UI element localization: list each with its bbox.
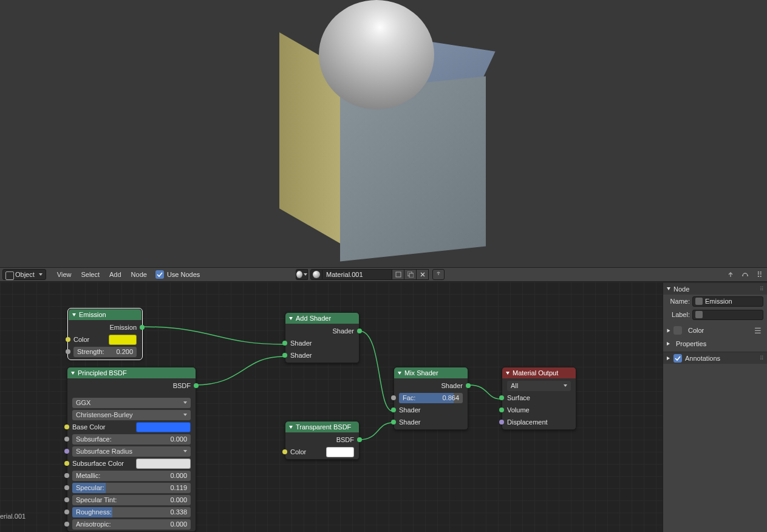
subsurface-method-dropdown[interactable]: Christensen-Burley: [67, 409, 196, 421]
panel-header-node[interactable]: Node ⠿: [663, 282, 767, 295]
node-mix-shader[interactable]: Mix Shader Shader Fac:0.864 Shader Shade…: [394, 367, 468, 430]
socket-dot-icon[interactable]: [357, 329, 362, 333]
socket-dot-icon[interactable]: [66, 337, 70, 342]
grip-icon[interactable]: ⠿: [760, 286, 765, 291]
panel-color-row[interactable]: Color ☰: [663, 324, 767, 337]
menu-node[interactable]: Node: [126, 271, 152, 278]
socket-out-shader[interactable]: Shader: [394, 380, 468, 392]
color-swatch[interactable]: [326, 447, 354, 457]
roughness-slider[interactable]: Roughness:0.338: [72, 507, 191, 517]
socket-in-shader-1[interactable]: Shader: [285, 337, 359, 349]
shading-type-dropdown[interactable]: [296, 269, 308, 280]
new-material-button[interactable]: [404, 269, 417, 280]
socket-in-displacement[interactable]: Displacement: [502, 416, 576, 428]
socket-dot-icon[interactable]: [391, 420, 396, 425]
menu-view[interactable]: View: [52, 271, 77, 278]
socket-in-subsurface-color[interactable]: Subsurface Color: [67, 457, 196, 469]
snap-button[interactable]: [739, 269, 751, 280]
socket-dot-icon[interactable]: [64, 449, 69, 454]
socket-in-color[interactable]: Color: [69, 333, 141, 346]
pin-icon-button[interactable]: [432, 269, 445, 280]
socket-dot-icon[interactable]: [499, 408, 504, 412]
socket-dot-icon[interactable]: [64, 510, 69, 514]
socket-in-anisotropic[interactable]: Anisotropic:0.000: [67, 518, 196, 530]
socket-in-roughness[interactable]: Roughness:0.338: [67, 506, 196, 518]
socket-in-strength[interactable]: Strength: 0.200: [69, 346, 141, 358]
socket-in-metallic[interactable]: Metallic:0.000: [67, 469, 196, 482]
socket-out-shader[interactable]: Shader: [285, 325, 359, 337]
socket-dot-icon[interactable]: [64, 473, 69, 478]
node-header[interactable]: Emission: [69, 309, 141, 320]
socket-dot-icon[interactable]: [64, 437, 69, 442]
socket-dot-icon[interactable]: [499, 420, 504, 425]
node-header[interactable]: Transparent BSDF: [285, 421, 359, 432]
distribution-dropdown[interactable]: GGX: [67, 397, 196, 409]
fac-slider[interactable]: Fac:0.864: [399, 393, 463, 403]
node-name-field[interactable]: Emission: [692, 296, 763, 307]
unlink-material-button[interactable]: [417, 269, 429, 280]
socket-dot-icon[interactable]: [282, 341, 287, 346]
socket-in-subsurface[interactable]: Subsurface: 0.000: [67, 433, 196, 445]
use-nodes-toggle[interactable]: Use Nodes: [155, 270, 200, 279]
socket-dot-icon[interactable]: [194, 383, 199, 388]
socket-out-emission[interactable]: Emission: [69, 321, 141, 333]
socket-out-bsdf[interactable]: BSDF: [285, 434, 359, 446]
parent-node-button[interactable]: [724, 269, 737, 280]
checkbox-checked-icon[interactable]: [673, 354, 682, 363]
list-options-icon[interactable]: ☰: [752, 326, 763, 335]
socket-dot-icon[interactable]: [466, 383, 471, 388]
node-header[interactable]: Mix Shader: [394, 367, 468, 378]
socket-in-volume[interactable]: Volume: [502, 404, 576, 416]
socket-in-surface[interactable]: Surface: [502, 392, 576, 404]
node-header[interactable]: Principled BSDF: [67, 367, 196, 378]
color-swatch[interactable]: [136, 459, 191, 469]
socket-dot-icon[interactable]: [499, 395, 504, 400]
socket-in-color[interactable]: Color: [285, 446, 359, 458]
socket-dot-icon[interactable]: [140, 325, 145, 330]
node-emission[interactable]: Emission Emission Color Strength: 0.200: [68, 309, 142, 360]
color-swatch[interactable]: [109, 335, 137, 345]
socket-dot-icon[interactable]: [64, 522, 69, 527]
grip-icon[interactable]: ⠿: [760, 355, 765, 360]
panel-header-annotations[interactable]: Annotations ⠿: [663, 352, 767, 364]
specular-tint-slider[interactable]: Specular Tint:0.000: [72, 495, 191, 505]
anisotropic-slider[interactable]: Anisotropic:0.000: [72, 519, 191, 530]
socket-dot-icon[interactable]: [66, 349, 70, 354]
strength-slider[interactable]: Strength: 0.200: [73, 347, 137, 357]
node-header[interactable]: Material Output: [502, 367, 576, 378]
node-add-shader[interactable]: Add Shader Shader Shader Shader: [285, 312, 360, 363]
socket-dot-icon[interactable]: [282, 353, 287, 358]
node-principled-bsdf[interactable]: Principled BSDF BSDF GGX Christensen-Bur…: [67, 367, 196, 532]
socket-in-specular-tint[interactable]: Specular Tint:0.000: [67, 494, 196, 506]
checkbox-unchecked-icon[interactable]: [673, 326, 682, 335]
subsurface-slider[interactable]: Subsurface: 0.000: [72, 434, 191, 445]
socket-in-fac[interactable]: Fac:0.864: [394, 392, 468, 404]
socket-dot-icon[interactable]: [64, 425, 69, 429]
socket-in-base-color[interactable]: Base Color: [67, 421, 196, 433]
socket-dot-icon[interactable]: [391, 395, 396, 400]
socket-dot-icon[interactable]: [64, 485, 69, 490]
socket-in-specular[interactable]: Specular:0.119: [67, 482, 196, 494]
socket-dot-icon[interactable]: [64, 461, 69, 466]
editor-mode-dropdown[interactable]: Object: [2, 269, 46, 280]
menu-add[interactable]: Add: [104, 271, 126, 278]
socket-dot-icon[interactable]: [64, 497, 69, 502]
panel-properties-row[interactable]: Properties: [663, 337, 767, 350]
material-browse-button[interactable]: [310, 269, 322, 280]
node-header[interactable]: Add Shader: [285, 313, 359, 324]
node-transparent-bsdf[interactable]: Transparent BSDF BSDF Color: [285, 421, 360, 460]
socket-dot-icon[interactable]: [391, 408, 396, 412]
socket-in-subsurface-radius[interactable]: Subsurface Radius: [67, 445, 196, 457]
metallic-slider[interactable]: Metallic:0.000: [72, 471, 191, 481]
socket-dot-icon[interactable]: [282, 449, 287, 454]
specular-slider[interactable]: Specular:0.119: [72, 483, 191, 493]
viewport-3d[interactable]: [0, 0, 767, 267]
pin-button[interactable]: [392, 269, 404, 280]
socket-out-bsdf[interactable]: BSDF: [67, 380, 196, 392]
menu-select[interactable]: Select: [76, 271, 104, 278]
node-editor-canvas[interactable]: Emission Emission Color Strength: 0.200: [0, 282, 767, 532]
socket-in-shader-2[interactable]: Shader: [394, 416, 468, 428]
socket-in-shader-1[interactable]: Shader: [394, 404, 468, 416]
material-name-field[interactable]: Material.001: [322, 269, 392, 280]
node-material-output[interactable]: Material Output All Surface Volume Displ…: [502, 367, 576, 430]
